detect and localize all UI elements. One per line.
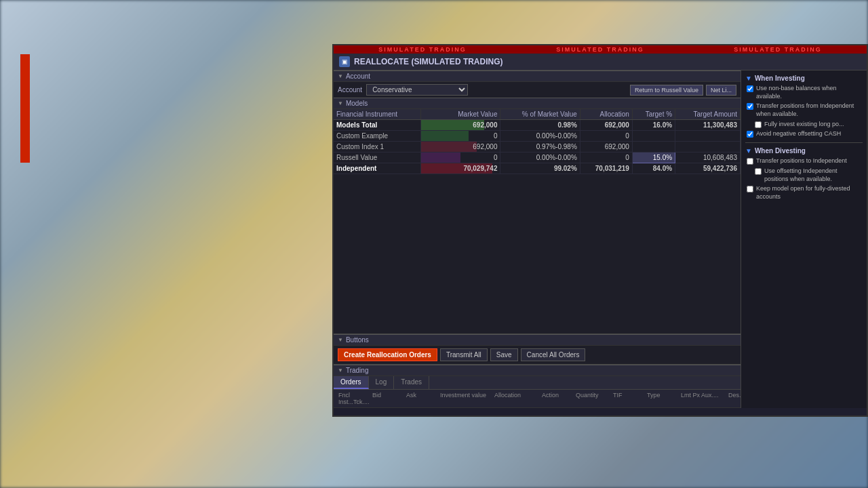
trading-tabs: Orders Log Trades xyxy=(334,376,741,390)
wd-option-1-row: Transfer positions to Independent xyxy=(745,157,863,165)
wd-option-2-label: Use offsetting Independent positions whe… xyxy=(764,167,863,183)
tcol-lmt-px: Lmt Px Aux.... xyxy=(679,391,726,406)
wd-option-1-label: Transfer positions to Independent xyxy=(756,157,847,165)
when-divesting-icon: ▼ xyxy=(745,147,752,155)
cell-pct-market-value: 0.97%-0.98% xyxy=(500,142,580,152)
cell-market-value: 0 xyxy=(421,152,500,163)
wi-option-3-checkbox[interactable] xyxy=(755,121,762,128)
tab-trades[interactable]: Trades xyxy=(394,376,429,389)
cell-pct-market-value: 0.00%-0.00% xyxy=(500,131,580,142)
cell-target-pct xyxy=(632,131,675,142)
tab-log[interactable]: Log xyxy=(369,376,395,389)
table-header-row: Financial Instrument Market Value % of M… xyxy=(334,109,741,120)
trading-section-header: ▼ Trading xyxy=(334,365,741,376)
models-section-header: ▼ Models xyxy=(334,98,741,109)
col-target-amount: Target Amount xyxy=(675,109,741,120)
cell-name: Models Total xyxy=(334,120,421,131)
tcol-tif: TIF xyxy=(611,391,645,406)
buttons-collapse-icon[interactable]: ▼ xyxy=(338,337,343,343)
tcol-quantity: Quantity xyxy=(574,391,611,406)
application-screen: SIMULATED TRADING SIMULATED TRADING SIMU… xyxy=(332,44,868,417)
cell-target-pct[interactable]: 84.0% xyxy=(632,163,675,174)
wi-option-1-checkbox[interactable] xyxy=(747,85,753,92)
account-select[interactable]: Conservative Aggressive Balanced xyxy=(366,84,468,96)
wd-option-3-row: Keep model open for fully-divested accou… xyxy=(745,185,863,201)
models-table: Financial Instrument Market Value % of M… xyxy=(334,109,741,174)
wi-option-3-label: Fully invest existing long po... xyxy=(764,121,844,129)
app-title: REALLOCATE (SIMULATED TRADING) xyxy=(354,57,503,66)
main-area: ▼ Account Account Conservative Aggressiv… xyxy=(334,70,867,408)
cell-target-amount xyxy=(675,142,741,152)
sim-banner-right: SIMULATED TRADING xyxy=(734,46,821,53)
cell-pct-market-value: 0.98% xyxy=(500,120,580,131)
buttons-section-label: Buttons xyxy=(346,336,369,344)
cell-market-value: 692,000 xyxy=(421,120,500,131)
account-section-label: Account xyxy=(346,73,370,80)
tcol-ask: Ask xyxy=(404,391,438,406)
simulated-trading-banner: SIMULATED TRADING SIMULATED TRADING SIMU… xyxy=(334,45,867,54)
account-section-header: ▼ Account xyxy=(334,70,741,82)
models-area: Financial Instrument Market Value % of M… xyxy=(334,109,741,333)
cell-target-pct[interactable]: 16.0% xyxy=(632,120,675,131)
return-to-russell-button[interactable]: Return to Russell Value xyxy=(630,85,703,96)
create-reallocation-button[interactable]: Create Reallocation Orders xyxy=(338,348,437,361)
app-icon: ▣ xyxy=(339,56,350,67)
table-row: Russell Value00.00%-0.00%015.0%10,608,48… xyxy=(334,152,741,163)
wd-option-3-label: Keep model open for fully-divested accou… xyxy=(756,185,863,201)
left-panel: ▼ Account Account Conservative Aggressiv… xyxy=(334,70,741,408)
net-li-button[interactable]: Net Li... xyxy=(706,85,736,96)
cell-name: Independent xyxy=(334,163,421,174)
cell-allocation: 0 xyxy=(580,131,632,142)
wi-option-2-checkbox[interactable] xyxy=(747,103,753,110)
cell-name: Russell Value xyxy=(334,152,421,163)
sim-banner-center: SIMULATED TRADING xyxy=(556,46,644,53)
cell-allocation: 692,000 xyxy=(580,142,632,152)
cell-target-pct xyxy=(632,142,675,152)
account-label: Account xyxy=(338,86,362,94)
account-row: Account Conservative Aggressive Balanced… xyxy=(334,82,741,98)
when-divesting-section: ▼ When Divesting Transfer positions to I… xyxy=(745,147,863,201)
cell-target-amount: 59,422,736 xyxy=(675,163,741,174)
col-financial-instrument: Financial Instrument xyxy=(334,109,421,120)
col-target-pct: Target % xyxy=(632,109,675,120)
wi-option-2-label: Transfer positions from Independent when… xyxy=(756,102,863,118)
cell-market-value: 692,000 xyxy=(421,142,500,152)
wd-option-1-checkbox[interactable] xyxy=(747,158,753,165)
tcol-fncl: Fncl Inst...Tck.... xyxy=(336,391,370,406)
tcol-action: Action xyxy=(540,391,574,406)
cell-target-amount: 11,300,483 xyxy=(675,120,741,131)
wi-option-4-label: Avoid negative offsetting CASH xyxy=(756,130,841,138)
models-section-label: Models xyxy=(346,100,368,107)
when-investing-title: ▼ When Investing xyxy=(745,75,863,82)
tcol-des: Des... xyxy=(726,391,741,406)
cell-allocation: 692,000 xyxy=(580,120,632,131)
wi-option-4-checkbox[interactable] xyxy=(747,131,753,138)
cell-allocation: 70,031,219 xyxy=(580,163,632,174)
trading-section-label: Trading xyxy=(346,367,369,374)
models-collapse-icon[interactable]: ▼ xyxy=(338,100,343,106)
models-table-container: Financial Instrument Market Value % of M… xyxy=(334,109,741,174)
header-buttons: Return to Russell Value Net Li... xyxy=(630,85,736,96)
wd-option-2-checkbox[interactable] xyxy=(755,168,762,175)
cell-target-pct[interactable]: 15.0% xyxy=(632,152,675,163)
wd-option-3-checkbox[interactable] xyxy=(747,186,753,192)
col-market-value: Market Value xyxy=(421,109,500,120)
cell-pct-market-value: 99.02% xyxy=(500,163,580,174)
buttons-section-header: ▼ Buttons xyxy=(334,334,741,346)
transmit-all-button[interactable]: Transmit All xyxy=(440,348,488,361)
account-collapse-icon[interactable]: ▼ xyxy=(338,73,343,79)
when-divesting-title: ▼ When Divesting xyxy=(745,147,863,155)
cell-allocation: 0 xyxy=(580,152,632,163)
red-accent-bar xyxy=(20,54,30,163)
wi-option-4-row: Avoid negative offsetting CASH xyxy=(745,130,863,138)
tab-orders[interactable]: Orders xyxy=(334,376,369,389)
trading-collapse-icon[interactable]: ▼ xyxy=(338,367,343,373)
cell-market-value: 70,029,742 xyxy=(421,163,500,174)
table-row: Models Total692,0000.98%692,00016.0%11,3… xyxy=(334,120,741,131)
cell-target-amount xyxy=(675,131,741,142)
save-button[interactable]: Save xyxy=(490,348,518,361)
tcol-type: Type xyxy=(645,391,679,406)
tcol-allocation: Allocation xyxy=(492,391,540,406)
cancel-all-button[interactable]: Cancel All Orders xyxy=(521,348,586,361)
wi-option-1-label: Use non-base balances when available. xyxy=(756,85,863,100)
